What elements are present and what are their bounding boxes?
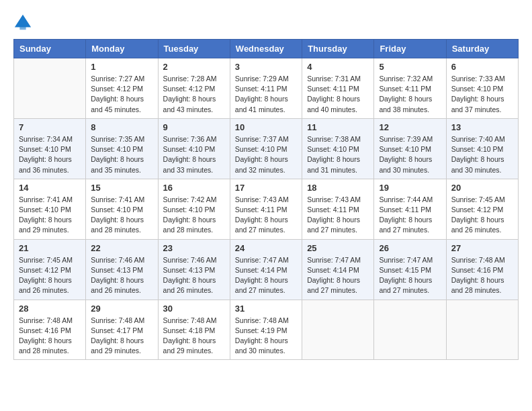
day-info: Sunrise: 7:32 AMSunset: 4:11 PMDaylight:… bbox=[379, 74, 441, 115]
day-info: Sunrise: 7:29 AMSunset: 4:11 PMDaylight:… bbox=[235, 74, 297, 115]
calendar-week-row: 21Sunrise: 7:45 AMSunset: 4:12 PMDayligh… bbox=[14, 239, 519, 300]
day-number: 29 bbox=[91, 304, 152, 314]
calendar-cell bbox=[302, 300, 374, 360]
day-number: 8 bbox=[91, 122, 152, 132]
day-number: 3 bbox=[235, 62, 297, 72]
day-number: 19 bbox=[379, 183, 441, 193]
calendar-cell: 26Sunrise: 7:47 AMSunset: 4:15 PMDayligh… bbox=[374, 239, 446, 300]
calendar-cell: 31Sunrise: 7:48 AMSunset: 4:19 PMDayligh… bbox=[230, 300, 302, 360]
day-number: 18 bbox=[307, 183, 369, 193]
calendar-cell: 4Sunrise: 7:31 AMSunset: 4:11 PMDaylight… bbox=[302, 58, 374, 119]
day-info: Sunrise: 7:48 AMSunset: 4:16 PMDaylight:… bbox=[451, 255, 513, 296]
page-header bbox=[13, 13, 519, 32]
day-info: Sunrise: 7:27 AMSunset: 4:12 PMDaylight:… bbox=[91, 74, 152, 115]
day-info: Sunrise: 7:48 AMSunset: 4:16 PMDaylight:… bbox=[19, 316, 81, 357]
day-info: Sunrise: 7:45 AMSunset: 4:12 PMDaylight:… bbox=[19, 255, 81, 296]
day-number: 21 bbox=[19, 243, 81, 253]
calendar-header-thursday: Thursday bbox=[302, 40, 374, 58]
day-info: Sunrise: 7:43 AMSunset: 4:11 PMDaylight:… bbox=[307, 195, 369, 236]
day-info: Sunrise: 7:42 AMSunset: 4:10 PMDaylight:… bbox=[163, 195, 225, 236]
calendar-cell: 18Sunrise: 7:43 AMSunset: 4:11 PMDayligh… bbox=[302, 179, 374, 239]
day-info: Sunrise: 7:48 AMSunset: 4:19 PMDaylight:… bbox=[235, 316, 297, 357]
calendar-cell: 16Sunrise: 7:42 AMSunset: 4:10 PMDayligh… bbox=[158, 179, 230, 239]
day-info: Sunrise: 7:38 AMSunset: 4:10 PMDaylight:… bbox=[307, 134, 369, 175]
day-number: 16 bbox=[163, 183, 225, 193]
calendar-cell: 7Sunrise: 7:34 AMSunset: 4:10 PMDaylight… bbox=[14, 118, 86, 179]
day-info: Sunrise: 7:37 AMSunset: 4:10 PMDaylight:… bbox=[235, 134, 297, 175]
day-info: Sunrise: 7:33 AMSunset: 4:10 PMDaylight:… bbox=[451, 74, 513, 115]
calendar-cell: 2Sunrise: 7:28 AMSunset: 4:12 PMDaylight… bbox=[158, 58, 230, 119]
day-number: 27 bbox=[451, 243, 513, 253]
day-info: Sunrise: 7:41 AMSunset: 4:10 PMDaylight:… bbox=[91, 195, 152, 236]
day-number: 30 bbox=[163, 304, 225, 314]
calendar-header-wednesday: Wednesday bbox=[230, 40, 302, 58]
calendar-cell: 17Sunrise: 7:43 AMSunset: 4:11 PMDayligh… bbox=[230, 179, 302, 239]
calendar-cell: 5Sunrise: 7:32 AMSunset: 4:11 PMDaylight… bbox=[374, 58, 446, 119]
day-number: 10 bbox=[235, 122, 297, 132]
calendar-header-friday: Friday bbox=[374, 40, 446, 58]
calendar-header-monday: Monday bbox=[86, 40, 158, 58]
day-info: Sunrise: 7:39 AMSunset: 4:10 PMDaylight:… bbox=[379, 134, 441, 175]
svg-rect-1 bbox=[19, 24, 26, 30]
day-info: Sunrise: 7:35 AMSunset: 4:10 PMDaylight:… bbox=[91, 134, 152, 175]
logo bbox=[13, 13, 35, 32]
calendar-cell: 20Sunrise: 7:45 AMSunset: 4:12 PMDayligh… bbox=[446, 179, 518, 239]
day-info: Sunrise: 7:43 AMSunset: 4:11 PMDaylight:… bbox=[235, 195, 297, 236]
day-number: 7 bbox=[19, 122, 81, 132]
day-number: 9 bbox=[163, 122, 225, 132]
day-info: Sunrise: 7:46 AMSunset: 4:13 PMDaylight:… bbox=[91, 255, 152, 296]
calendar-cell: 3Sunrise: 7:29 AMSunset: 4:11 PMDaylight… bbox=[230, 58, 302, 119]
calendar-cell: 29Sunrise: 7:48 AMSunset: 4:17 PMDayligh… bbox=[86, 300, 158, 360]
day-number: 5 bbox=[379, 62, 441, 72]
calendar-cell: 9Sunrise: 7:36 AMSunset: 4:10 PMDaylight… bbox=[158, 118, 230, 179]
day-info: Sunrise: 7:40 AMSunset: 4:10 PMDaylight:… bbox=[451, 134, 513, 175]
day-info: Sunrise: 7:46 AMSunset: 4:13 PMDaylight:… bbox=[163, 255, 225, 296]
day-info: Sunrise: 7:48 AMSunset: 4:18 PMDaylight:… bbox=[163, 316, 225, 357]
calendar-cell: 15Sunrise: 7:41 AMSunset: 4:10 PMDayligh… bbox=[86, 179, 158, 239]
logo-icon bbox=[13, 13, 32, 32]
day-number: 4 bbox=[307, 62, 369, 72]
calendar-cell bbox=[14, 58, 86, 119]
day-info: Sunrise: 7:45 AMSunset: 4:12 PMDaylight:… bbox=[451, 195, 513, 236]
calendar-cell: 10Sunrise: 7:37 AMSunset: 4:10 PMDayligh… bbox=[230, 118, 302, 179]
calendar-week-row: 28Sunrise: 7:48 AMSunset: 4:16 PMDayligh… bbox=[14, 300, 519, 360]
calendar-table: SundayMondayTuesdayWednesdayThursdayFrid… bbox=[13, 39, 519, 360]
day-number: 2 bbox=[163, 62, 225, 72]
calendar-header-saturday: Saturday bbox=[446, 40, 518, 58]
calendar-header-sunday: Sunday bbox=[14, 40, 86, 58]
calendar-header-row: SundayMondayTuesdayWednesdayThursdayFrid… bbox=[14, 40, 519, 58]
day-number: 28 bbox=[19, 304, 81, 314]
day-info: Sunrise: 7:31 AMSunset: 4:11 PMDaylight:… bbox=[307, 74, 369, 115]
calendar-week-row: 1Sunrise: 7:27 AMSunset: 4:12 PMDaylight… bbox=[14, 58, 519, 119]
calendar-cell: 19Sunrise: 7:44 AMSunset: 4:11 PMDayligh… bbox=[374, 179, 446, 239]
calendar-header-tuesday: Tuesday bbox=[158, 40, 230, 58]
calendar-cell: 30Sunrise: 7:48 AMSunset: 4:18 PMDayligh… bbox=[158, 300, 230, 360]
calendar-cell: 24Sunrise: 7:47 AMSunset: 4:14 PMDayligh… bbox=[230, 239, 302, 300]
calendar-cell: 13Sunrise: 7:40 AMSunset: 4:10 PMDayligh… bbox=[446, 118, 518, 179]
calendar-cell: 25Sunrise: 7:47 AMSunset: 4:14 PMDayligh… bbox=[302, 239, 374, 300]
day-info: Sunrise: 7:34 AMSunset: 4:10 PMDaylight:… bbox=[19, 134, 81, 175]
calendar-cell: 12Sunrise: 7:39 AMSunset: 4:10 PMDayligh… bbox=[374, 118, 446, 179]
calendar-cell: 11Sunrise: 7:38 AMSunset: 4:10 PMDayligh… bbox=[302, 118, 374, 179]
calendar-cell: 21Sunrise: 7:45 AMSunset: 4:12 PMDayligh… bbox=[14, 239, 86, 300]
day-info: Sunrise: 7:47 AMSunset: 4:15 PMDaylight:… bbox=[379, 255, 441, 296]
day-info: Sunrise: 7:44 AMSunset: 4:11 PMDaylight:… bbox=[379, 195, 441, 236]
day-number: 14 bbox=[19, 183, 81, 193]
calendar-cell: 22Sunrise: 7:46 AMSunset: 4:13 PMDayligh… bbox=[86, 239, 158, 300]
calendar-cell: 1Sunrise: 7:27 AMSunset: 4:12 PMDaylight… bbox=[86, 58, 158, 119]
calendar-cell: 23Sunrise: 7:46 AMSunset: 4:13 PMDayligh… bbox=[158, 239, 230, 300]
day-number: 12 bbox=[379, 122, 441, 132]
day-number: 22 bbox=[91, 243, 152, 253]
calendar-week-row: 14Sunrise: 7:41 AMSunset: 4:10 PMDayligh… bbox=[14, 179, 519, 239]
day-number: 17 bbox=[235, 183, 297, 193]
day-info: Sunrise: 7:47 AMSunset: 4:14 PMDaylight:… bbox=[235, 255, 297, 296]
day-number: 13 bbox=[451, 122, 513, 132]
day-number: 25 bbox=[307, 243, 369, 253]
calendar-cell: 27Sunrise: 7:48 AMSunset: 4:16 PMDayligh… bbox=[446, 239, 518, 300]
day-number: 26 bbox=[379, 243, 441, 253]
day-number: 11 bbox=[307, 122, 369, 132]
calendar-cell bbox=[374, 300, 446, 360]
calendar-cell: 8Sunrise: 7:35 AMSunset: 4:10 PMDaylight… bbox=[86, 118, 158, 179]
day-number: 24 bbox=[235, 243, 297, 253]
day-info: Sunrise: 7:48 AMSunset: 4:17 PMDaylight:… bbox=[91, 316, 152, 357]
